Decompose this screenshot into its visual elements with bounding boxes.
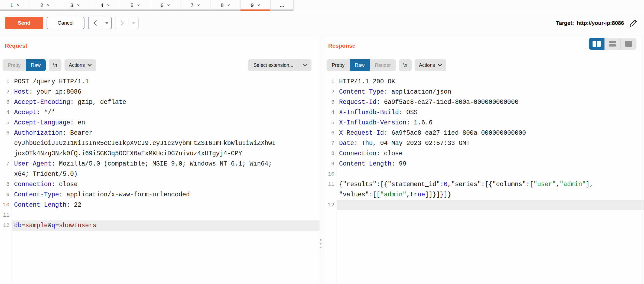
single-view-button[interactable] [620, 38, 636, 50]
editor-line: 11{"results":[{"statement_id":0,"series"… [325, 179, 644, 190]
history-forward-button[interactable] [115, 17, 139, 29]
line-content: Request-Id: 6a9f5ac8-ea27-11ed-800a-0000… [337, 97, 644, 107]
history-back-button[interactable] [88, 17, 112, 29]
editor-line: 9Content-Type: application/x-www-form-ur… [0, 190, 320, 200]
request-editor[interactable]: 1POST /query HTTP/1.12Host: your-ip:8086… [0, 75, 320, 284]
close-icon[interactable]: × [167, 3, 170, 8]
rows-view-button[interactable] [604, 38, 620, 50]
editor-line: 6X-Request-Id: 6a9f5ac8-ea27-11ed-800a-0… [325, 128, 644, 138]
view-tab-render[interactable]: Render [370, 59, 396, 71]
line-content: X-Influxdb-Version: 1.6.6 [337, 118, 644, 128]
view-tab-pretty[interactable]: Pretty [3, 59, 26, 71]
single-view-icon [625, 41, 632, 47]
response-panel: Response PrettyRawRender \n Actions 1HTT… [325, 36, 644, 284]
request-actions-button[interactable]: Actions [64, 59, 96, 71]
view-tab-raw[interactable]: Raw [350, 59, 370, 71]
request-panel: Request PrettyRaw \n Actions Select exte… [0, 36, 320, 284]
line-content: Connection: close [337, 148, 644, 159]
tab-label: 4 [100, 2, 103, 8]
gutter-divider [12, 75, 12, 284]
close-icon[interactable]: × [258, 3, 260, 8]
editor-line: 4Accept: */* [0, 107, 320, 118]
tab-label: 3 [70, 2, 73, 8]
request-panel-title: Request [5, 42, 27, 49]
line-number: 4 [0, 107, 12, 118]
line-number: 12 [325, 200, 337, 210]
line-number [0, 169, 12, 179]
close-icon[interactable]: × [17, 3, 19, 8]
line-number [0, 148, 12, 159]
line-content: db=sample&q=show+users [12, 220, 320, 231]
columns-view-button[interactable] [589, 38, 604, 50]
line-number: 12 [0, 220, 12, 231]
tab-label: 2 [40, 2, 43, 8]
more-tabs-button[interactable]: ... [271, 0, 294, 11]
line-content: HTTP/1.1 200 OK [337, 77, 644, 87]
send-button[interactable]: Send [5, 17, 43, 29]
line-number: 4 [325, 107, 337, 118]
gutter-divider [337, 75, 337, 284]
close-icon[interactable]: × [107, 3, 110, 8]
line-content: Content-Length: 99 [337, 159, 644, 169]
line-content: X-Influxdb-Build: OSS [337, 107, 644, 118]
editor-line: 8Connection: close [0, 179, 320, 190]
line-content: POST /query HTTP/1.1 [12, 77, 320, 87]
repeater-tab-3[interactable]: 3× [60, 0, 90, 11]
editor-line: 7Date: Thu, 04 May 2023 02:57:33 GMT [325, 138, 644, 148]
repeater-tab-5[interactable]: 5× [120, 0, 150, 11]
line-number [0, 138, 12, 148]
close-icon[interactable]: × [77, 3, 80, 8]
editor-line: 12 [325, 200, 644, 210]
tab-label: ... [280, 2, 284, 8]
back-arrow-icon[interactable] [89, 20, 102, 26]
response-newline-toggle[interactable]: \n [399, 59, 412, 71]
editor-line: 10Content-Length: 22 [0, 200, 320, 210]
tab-label: 5 [131, 2, 134, 8]
line-content: "values":[["admin",true]]}]}]} [337, 190, 644, 200]
editor-line: 5X-Influxdb-Version: 1.6.6 [325, 118, 644, 128]
line-number: 5 [0, 118, 12, 128]
line-content: Date: Thu, 04 May 2023 02:57:33 GMT [337, 138, 644, 148]
tab-label: 9 [251, 2, 254, 8]
line-number: 6 [0, 128, 12, 138]
view-tab-raw[interactable]: Raw [26, 59, 46, 71]
repeater-tab-9[interactable]: 9× [240, 0, 271, 11]
pencil-icon[interactable] [629, 18, 638, 28]
close-icon[interactable]: × [137, 3, 140, 8]
response-actions-button[interactable]: Actions [415, 59, 446, 71]
response-editor[interactable]: 1HTTP/1.1 200 OK2Content-Type: applicati… [325, 75, 644, 284]
line-number: 2 [325, 87, 337, 97]
repeater-tab-7[interactable]: 7× [180, 0, 210, 11]
select-extension-dropdown[interactable]: Select extension... [248, 59, 311, 71]
editor-line: 12db=sample&q=show+users [0, 220, 320, 231]
repeater-tab-6[interactable]: 6× [150, 0, 180, 11]
layout-view-switcher [589, 38, 636, 50]
repeater-tab-1[interactable]: 1× [0, 0, 30, 11]
chevron-down-icon [87, 64, 92, 67]
dropdown-caret-icon[interactable] [102, 22, 111, 24]
close-icon[interactable]: × [227, 3, 230, 8]
panel-splitter-handle[interactable] [320, 239, 323, 250]
forward-arrow-icon [115, 20, 129, 26]
request-view-tabs: PrettyRaw [3, 59, 46, 71]
line-number: 1 [0, 77, 12, 87]
chevron-down-icon[interactable] [299, 64, 311, 67]
line-number: 6 [325, 128, 337, 138]
line-number: 3 [325, 97, 337, 107]
repeater-tab-8[interactable]: 8× [210, 0, 240, 11]
view-tab-pretty[interactable]: Pretty [327, 59, 350, 71]
editor-line: 8Connection: close [325, 148, 644, 159]
repeater-tab-2[interactable]: 2× [30, 0, 60, 11]
cancel-button[interactable]: Cancel [47, 17, 84, 29]
tab-label: 8 [221, 2, 224, 8]
request-newline-toggle[interactable]: \n [49, 59, 61, 71]
editor-line: 11 [0, 210, 320, 220]
target-url: Target:http://your-ip:8086 [556, 20, 624, 26]
close-icon[interactable]: × [197, 3, 200, 8]
close-icon[interactable]: × [47, 3, 50, 8]
repeater-tab-4[interactable]: 4× [90, 0, 120, 11]
line-number: 9 [325, 159, 337, 169]
line-number: 10 [325, 169, 337, 179]
editor-line: joxOTk4Nzg3Nzk0fQ.i69iSGK3q5OCEX0aExMKHc… [0, 148, 320, 159]
line-number: 11 [0, 210, 12, 220]
